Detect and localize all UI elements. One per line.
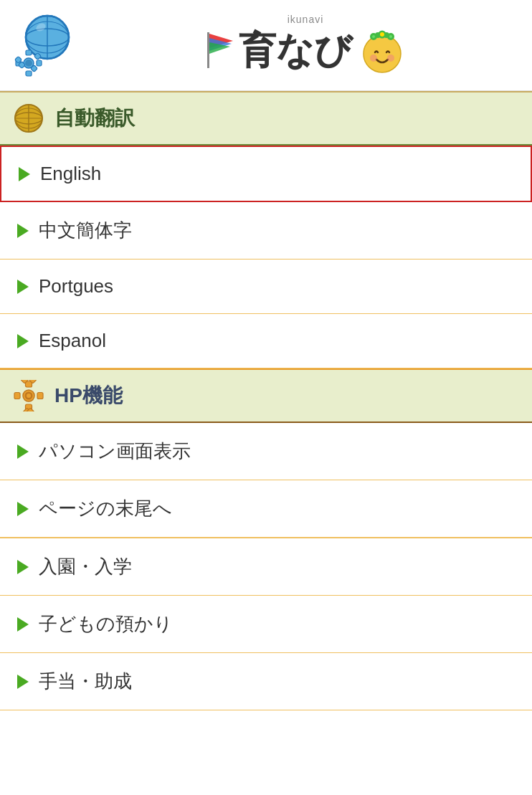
translation-item-label: English bbox=[40, 163, 101, 185]
svg-rect-40 bbox=[37, 393, 43, 399]
translation-item-label: 中文簡体字 bbox=[39, 218, 132, 243]
ikunavi-subtitle: ikunavi bbox=[288, 14, 324, 25]
svg-point-46 bbox=[27, 394, 31, 398]
hp-item-label: ページの末尾へ bbox=[39, 496, 172, 521]
hp-items-list: パソコン画面表示 ページの末尾へ 入園・入学 子どもの預かり 手当・助成 bbox=[0, 423, 532, 710]
arrow-icon bbox=[19, 167, 30, 181]
svg-rect-16 bbox=[207, 32, 209, 68]
hp-item-pc-display[interactable]: パソコン画面表示 bbox=[0, 423, 532, 480]
svg-point-22 bbox=[387, 54, 394, 62]
hp-item-enrollment[interactable]: 入園・入学 bbox=[0, 538, 532, 596]
svg-point-29 bbox=[372, 35, 375, 38]
translation-globe-icon bbox=[13, 103, 44, 134]
svg-point-26 bbox=[375, 32, 381, 38]
hp-item-label: パソコン画面表示 bbox=[39, 439, 191, 464]
app-title: 育なび bbox=[239, 32, 352, 70]
translation-item-english[interactable]: English bbox=[0, 146, 532, 202]
translation-section-header: 自動翻訳 bbox=[0, 91, 532, 146]
header-title-area: ikunavi 育なび bbox=[93, 14, 518, 77]
svg-rect-39 bbox=[14, 393, 20, 399]
pennant-icon bbox=[203, 31, 234, 71]
svg-point-30 bbox=[389, 35, 392, 38]
svg-rect-10 bbox=[37, 60, 42, 66]
svg-point-15 bbox=[25, 59, 32, 67]
hp-item-allowance[interactable]: 手当・助成 bbox=[0, 653, 532, 710]
hp-section-label: HP機能 bbox=[54, 382, 123, 409]
ikunavi-logo-row: 育なび bbox=[203, 25, 408, 77]
logo-globe-wrapper bbox=[14, 13, 79, 77]
arrow-icon bbox=[17, 675, 29, 689]
baby-icon bbox=[356, 25, 408, 77]
svg-rect-12 bbox=[34, 53, 42, 60]
translation-item-portuguese[interactable]: Portgues bbox=[0, 260, 532, 314]
arrow-icon bbox=[17, 280, 29, 294]
svg-point-21 bbox=[370, 54, 377, 62]
hp-gear-icon bbox=[13, 380, 44, 411]
arrow-icon bbox=[17, 617, 29, 632]
svg-point-27 bbox=[384, 32, 389, 38]
arrow-icon bbox=[17, 444, 29, 459]
arrow-icon bbox=[17, 334, 29, 348]
translation-section-label: 自動翻訳 bbox=[54, 105, 135, 132]
svg-rect-8 bbox=[26, 71, 32, 76]
translation-item-chinese[interactable]: 中文簡体字 bbox=[0, 202, 532, 260]
arrow-icon bbox=[17, 224, 29, 238]
hp-item-label: 子どもの預かり bbox=[39, 611, 173, 637]
app-header: ikunavi 育なび bbox=[0, 0, 532, 91]
svg-rect-7 bbox=[26, 50, 32, 55]
translation-items-list: English 中文簡体字 Portgues Espanol bbox=[0, 146, 532, 368]
header-gear-icon bbox=[14, 49, 43, 77]
hp-section-header: HP機能 bbox=[0, 368, 532, 423]
translation-item-spanish[interactable]: Espanol bbox=[0, 314, 532, 368]
arrow-icon bbox=[17, 502, 29, 516]
hp-item-label: 入園・入学 bbox=[39, 554, 132, 579]
translation-item-label: Portgues bbox=[39, 275, 113, 297]
translation-item-label: Espanol bbox=[39, 330, 106, 352]
svg-point-20 bbox=[364, 35, 401, 72]
svg-point-28 bbox=[380, 32, 384, 37]
arrow-icon bbox=[17, 560, 29, 574]
hp-item-page-end[interactable]: ページの末尾へ bbox=[0, 480, 532, 538]
hp-item-label: 手当・助成 bbox=[39, 669, 132, 694]
hp-item-childcare[interactable]: 子どもの預かり bbox=[0, 596, 532, 653]
